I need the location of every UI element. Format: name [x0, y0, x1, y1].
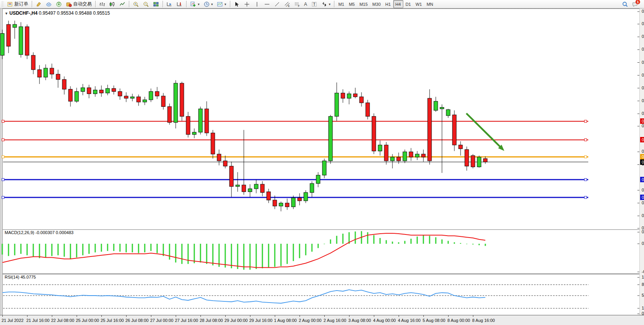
candle-down[interactable] [452, 115, 456, 145]
timeframe-H4[interactable]: H4 [393, 0, 403, 8]
candle-up[interactable] [316, 175, 320, 183]
candle-down[interactable] [223, 161, 227, 166]
line-handle[interactable] [584, 178, 587, 181]
publisher-button[interactable] [34, 0, 44, 8]
new-order-button[interactable]: 新订单 [5, 0, 30, 8]
add-indicator-button[interactable]: ▾ [188, 0, 202, 8]
notifications-button[interactable]: 1 [630, 0, 640, 8]
candle-up[interactable] [304, 193, 308, 201]
label-tool-button[interactable]: T [309, 0, 319, 8]
timeframe-M15[interactable]: M15 [357, 0, 370, 8]
candle-up[interactable] [329, 116, 332, 161]
candle-down[interactable] [471, 156, 475, 167]
tile-windows-button[interactable] [151, 0, 161, 8]
candle-up[interactable] [446, 109, 450, 116]
candle-up[interactable] [81, 88, 85, 92]
trend-arrow[interactable] [466, 113, 500, 147]
candle-up[interactable] [391, 157, 394, 161]
channel-tool-button[interactable]: E [282, 0, 292, 8]
community-button[interactable] [44, 0, 54, 8]
broadcast-button[interactable] [54, 0, 64, 8]
candlestick-mode-button[interactable] [107, 0, 117, 8]
candle-up[interactable] [174, 83, 178, 122]
timeframe-H1[interactable]: H1 [383, 0, 393, 8]
auto-scroll-button[interactable] [164, 0, 175, 8]
candle-down[interactable] [360, 97, 363, 103]
candle-down[interactable] [341, 93, 345, 98]
candle-down[interactable] [298, 198, 301, 201]
candle-down[interactable] [50, 68, 54, 74]
candle-down[interactable] [353, 94, 357, 97]
chart-shift-button[interactable] [175, 0, 185, 8]
candle-down[interactable] [69, 89, 72, 101]
candle-down[interactable] [168, 106, 171, 122]
fibonacci-tool-button[interactable]: F [292, 0, 302, 8]
candle-up[interactable] [291, 198, 295, 207]
candle-down[interactable] [99, 90, 103, 93]
candle-down[interactable] [384, 145, 388, 161]
search-button[interactable] [620, 0, 630, 8]
hline-tool-button[interactable] [262, 0, 272, 8]
candle-down[interactable] [38, 70, 41, 77]
candle-down[interactable] [56, 74, 60, 80]
candle-up[interactable] [378, 145, 382, 151]
candle-down[interactable] [87, 88, 91, 94]
candle-down[interactable] [161, 96, 165, 106]
candle-down[interactable] [155, 92, 159, 96]
bar-chart-mode-button[interactable] [97, 0, 107, 8]
candle-down[interactable] [211, 133, 215, 154]
period-button[interactable]: ▾ [202, 0, 215, 8]
chart-plot[interactable] [0, 9, 644, 325]
timeframe-MN[interactable]: MN [424, 0, 435, 8]
vline-tool-button[interactable] [252, 0, 262, 8]
candle-up[interactable] [347, 94, 351, 98]
candle-down[interactable] [285, 203, 289, 207]
line-handle[interactable] [584, 156, 587, 158]
line-handle[interactable] [2, 120, 4, 122]
candle-down[interactable] [112, 89, 116, 92]
candle-down[interactable] [217, 154, 221, 161]
candle-down[interactable] [180, 83, 184, 116]
candle-up[interactable] [254, 184, 258, 189]
candle-down[interactable] [483, 159, 487, 162]
line-handle[interactable] [2, 178, 4, 181]
line-chart-mode-button[interactable] [117, 0, 127, 8]
timeframe-M5[interactable]: M5 [346, 0, 357, 8]
candle-down[interactable] [186, 116, 190, 135]
crosshair-tool-button[interactable] [242, 0, 252, 8]
candle-down[interactable] [273, 200, 277, 206]
trendline-tool-button[interactable] [272, 0, 282, 8]
cursor-tool-button[interactable] [232, 0, 242, 8]
candle-down[interactable] [421, 154, 425, 157]
auto-trading-button[interactable]: 自动交易 [64, 0, 94, 8]
zoom-out-button[interactable] [141, 0, 151, 8]
candle-up[interactable] [143, 100, 147, 102]
candle-up[interactable] [477, 157, 481, 167]
shapes-tool-button[interactable]: ▾ [319, 0, 333, 8]
candle-down[interactable] [137, 97, 140, 102]
timeframe-D1[interactable]: D1 [403, 0, 413, 8]
timeframe-M1[interactable]: M1 [336, 0, 346, 8]
candle-up[interactable] [13, 24, 17, 27]
candle-up[interactable] [434, 101, 438, 110]
line-handle[interactable] [2, 156, 4, 158]
template-button[interactable]: ▾ [215, 0, 228, 8]
candle-down[interactable] [267, 192, 271, 200]
candle-up[interactable] [440, 107, 444, 109]
candle-down[interactable] [366, 103, 370, 116]
candle-up[interactable] [199, 109, 202, 132]
candle-down[interactable] [230, 166, 233, 186]
candle-down[interactable] [459, 145, 462, 149]
candle-up[interactable] [130, 97, 134, 98]
text-tool-button[interactable]: A [302, 0, 309, 8]
line-handle[interactable] [584, 139, 587, 141]
candle-up[interactable] [248, 189, 252, 192]
candle-up[interactable] [279, 203, 283, 206]
line-handle[interactable] [584, 196, 587, 198]
candle-up[interactable] [192, 132, 196, 135]
candle-up[interactable] [106, 89, 110, 93]
candle-up[interactable] [403, 152, 407, 161]
line-handle[interactable] [2, 139, 4, 141]
candle-up[interactable] [236, 185, 240, 186]
candle-down[interactable] [428, 98, 432, 161]
